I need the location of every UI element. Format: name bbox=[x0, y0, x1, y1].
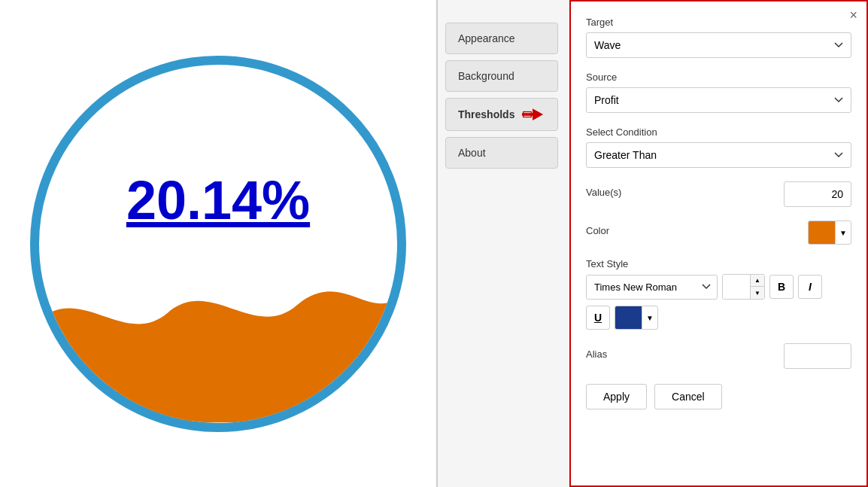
color-picker: ▼ bbox=[808, 221, 851, 245]
condition-select[interactable]: Greater Than Less Than Equal To Not Equa… bbox=[586, 142, 851, 168]
underline-btn[interactable]: U bbox=[586, 306, 610, 330]
alias-group: Alias bbox=[586, 343, 851, 369]
active-arrow-icon bbox=[522, 108, 543, 121]
color-row: Color ▼ bbox=[586, 221, 851, 245]
size-up-btn[interactable]: ▲ bbox=[751, 275, 764, 287]
source-group: Source Profit Revenue Expenses bbox=[586, 72, 851, 113]
nav-btn-appearance[interactable]: Appearance bbox=[445, 23, 558, 54]
nav-btn-thresholds[interactable]: Thresholds bbox=[445, 98, 558, 131]
values-row: Value(s) bbox=[586, 181, 851, 207]
apply-button[interactable]: Apply bbox=[586, 384, 647, 409]
size-down-btn[interactable]: ▼ bbox=[751, 287, 764, 299]
alias-row: Alias bbox=[586, 343, 851, 369]
settings-panel: × Target Wave Text Background Source Pro… bbox=[569, 0, 868, 487]
close-button[interactable]: × bbox=[849, 8, 857, 23]
values-group: Value(s) bbox=[586, 181, 851, 207]
action-buttons: Apply Cancel bbox=[586, 384, 851, 409]
gauge-value: 20.14% bbox=[126, 169, 310, 231]
text-color-dropdown-btn[interactable]: ▼ bbox=[642, 306, 658, 330]
alias-label: Alias bbox=[586, 349, 607, 360]
font-select[interactable]: Times New Roman Arial Helvetica Georgia bbox=[586, 275, 718, 300]
text-color-swatch[interactable] bbox=[615, 306, 642, 330]
source-label: Source bbox=[586, 72, 851, 83]
italic-btn[interactable]: I bbox=[798, 275, 822, 299]
nav-btn-background[interactable]: Background bbox=[445, 60, 558, 92]
text-style-group: Text Style Times New Roman Arial Helveti… bbox=[586, 258, 851, 330]
color-swatch[interactable] bbox=[808, 221, 835, 245]
cancel-button[interactable]: Cancel bbox=[654, 384, 722, 409]
nav-btn-about[interactable]: About bbox=[445, 137, 558, 169]
target-label: Target bbox=[586, 17, 851, 28]
svg-marker-5 bbox=[535, 110, 543, 119]
gauge-container: 20.14% bbox=[23, 48, 414, 440]
nav-panel: Appearance Background Thresholds About bbox=[438, 0, 569, 487]
font-size-input[interactable] bbox=[723, 275, 750, 299]
gauge-panel: 20.14% bbox=[0, 0, 436, 487]
font-size-spinner: ▲ ▼ bbox=[722, 274, 765, 300]
source-select[interactable]: Profit Revenue Expenses bbox=[586, 87, 851, 113]
size-spinners: ▲ ▼ bbox=[750, 275, 764, 299]
color-label: Color bbox=[586, 225, 609, 236]
text-style-row2: U ▼ bbox=[586, 306, 851, 330]
text-color-picker: ▼ bbox=[615, 306, 658, 330]
svg-rect-4 bbox=[523, 113, 535, 116]
condition-label: Select Condition bbox=[586, 126, 851, 138]
target-group: Target Wave Text Background bbox=[586, 17, 851, 58]
bold-btn[interactable]: B bbox=[769, 275, 794, 299]
condition-group: Select Condition Greater Than Less Than … bbox=[586, 126, 851, 168]
color-group: Color ▼ bbox=[586, 221, 851, 245]
text-style-row1: Times New Roman Arial Helvetica Georgia … bbox=[586, 274, 851, 300]
text-style-label: Text Style bbox=[586, 258, 851, 269]
values-input[interactable] bbox=[784, 181, 851, 207]
wave-svg bbox=[39, 261, 397, 422]
alias-input[interactable] bbox=[784, 343, 851, 369]
color-dropdown-btn[interactable]: ▼ bbox=[835, 221, 851, 245]
gauge-circle: 20.14% bbox=[30, 56, 406, 432]
target-select[interactable]: Wave Text Background bbox=[586, 32, 851, 58]
values-label: Value(s) bbox=[586, 187, 621, 198]
